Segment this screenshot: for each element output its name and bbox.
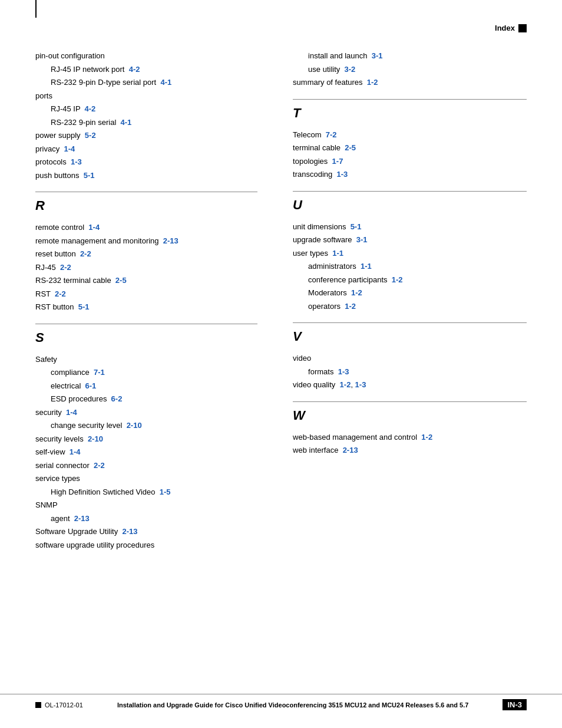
section-letter-t: T — [293, 106, 527, 121]
page-ref-link[interactable]: 1-1 — [332, 249, 343, 258]
right-continuation-entries: install and launch 3-1 use utility 3-2 s… — [293, 50, 527, 88]
page-ref-link[interactable]: 2-5 — [345, 143, 356, 152]
list-item: RS-232 terminal cable 2-5 — [35, 275, 257, 286]
list-item: RST button 5-1 — [35, 301, 257, 313]
footer-left: OL-17012-01 — [35, 701, 83, 709]
page-ref-link[interactable]: 1-5 — [160, 487, 171, 496]
list-item: service types — [35, 473, 257, 485]
list-item: RJ-45 2-2 — [35, 262, 257, 274]
list-item: install and launch 3-1 — [293, 50, 527, 62]
page-ref-link[interactable]: 2-5 — [115, 276, 127, 285]
s-section-entries: Safety compliance 7-1 electrical 6-1 ESD… — [35, 354, 257, 551]
list-item: SNMP — [35, 499, 257, 511]
list-item: remote management and monitoring 2-13 — [35, 235, 257, 247]
page-ref-link[interactable]: 1-3 — [337, 170, 348, 179]
page-ref-link[interactable]: 1-4 — [64, 144, 75, 153]
index-text: Index — [495, 24, 515, 32]
page-ref-link[interactable]: 1-2 — [392, 275, 403, 284]
header-black-square — [518, 24, 527, 32]
page-ref-link[interactable]: 4-2 — [129, 65, 140, 74]
page-ref-link[interactable]: 1-1 — [361, 262, 372, 271]
list-item: transcoding 1-3 — [293, 169, 527, 180]
page-ref-link[interactable]: 5-1 — [78, 302, 90, 311]
list-item: pin-out configuration — [35, 50, 257, 62]
header-index-label: Index — [495, 24, 527, 32]
page-footer: OL-17012-01 Installation and Upgrade Gui… — [0, 694, 562, 710]
list-item: security levels 2-10 — [35, 433, 257, 445]
list-item: electrical 6-1 — [35, 380, 257, 392]
section-divider-w — [293, 401, 527, 402]
list-item: video quality 1-2, 1-3 — [293, 379, 527, 391]
list-item: High Definition Swtiched Video 1-5 — [35, 486, 257, 498]
list-item: unit dimensions 5-1 — [293, 221, 527, 233]
list-item: topologies 1-7 — [293, 156, 527, 167]
section-letter-r: R — [35, 198, 257, 213]
page-ref-link[interactable]: 1-4 — [88, 223, 100, 232]
page-ref-link[interactable]: 1-2 — [340, 380, 351, 389]
page-ref-link[interactable]: 3-1 — [356, 235, 368, 244]
list-item: software upgrade utility procedures — [35, 539, 257, 551]
page-ref-link[interactable]: 2-2 — [60, 263, 71, 272]
page-ref-link[interactable]: 4-1 — [160, 78, 171, 87]
page-ref-link[interactable]: 7-1 — [94, 368, 105, 377]
page-ref-link[interactable]: 1-3 — [71, 157, 82, 166]
list-item: protocols 1-3 — [35, 156, 257, 168]
list-item: agent 2-13 — [35, 513, 257, 525]
list-item: self-view 1-4 — [35, 446, 257, 458]
page-ref-link[interactable]: 1-4 — [66, 408, 77, 417]
page-ref-link[interactable]: 3-1 — [372, 51, 383, 60]
page-ref-link[interactable]: 2-13 — [343, 446, 358, 454]
page-ref-link[interactable]: 5-2 — [85, 131, 96, 140]
list-item: video — [293, 353, 527, 364]
top-border-decoration — [35, 0, 37, 17]
list-item: remote control 1-4 — [35, 222, 257, 233]
page-ref-link[interactable]: 2-2 — [94, 461, 105, 470]
page-ref-link[interactable]: 1-2 — [421, 433, 432, 442]
right-column: install and launch 3-1 use utility 3-2 s… — [281, 50, 527, 554]
page-ref-link[interactable]: 1-3 — [355, 380, 366, 389]
page-ref-link[interactable]: 1-3 — [338, 367, 349, 376]
page-ref-link[interactable]: 2-13 — [122, 527, 137, 536]
list-item: RS-232 9-pin D-type serial port 4-1 — [35, 77, 257, 88]
list-item: reset button 2-2 — [35, 248, 257, 260]
footer-doc-number: OL-17012-01 — [45, 701, 83, 709]
page-ref-link[interactable]: 5-1 — [351, 222, 362, 231]
list-item: RJ-45 IP network port 4-2 — [35, 64, 257, 75]
content-area: pin-out configuration RJ-45 IP network p… — [35, 50, 527, 554]
page-ref-link[interactable]: 2-10 — [127, 421, 142, 430]
page-header: Index — [35, 24, 527, 32]
page-ref-link[interactable]: 4-2 — [85, 104, 96, 113]
w-section-entries: web-based management and control 1-2 web… — [293, 431, 527, 456]
page-ref-link[interactable]: 1-2 — [367, 78, 378, 87]
page-ref-link[interactable]: 2-10 — [88, 434, 103, 443]
list-item: push buttons 5-1 — [35, 170, 257, 182]
footer-title: Installation and Upgrade Guide for Cisco… — [83, 701, 503, 709]
page-ref-link[interactable]: 6-1 — [85, 381, 97, 390]
p-section-entries: pin-out configuration RJ-45 IP network p… — [35, 50, 257, 181]
list-item: ESD procedures 6-2 — [35, 393, 257, 405]
r-section-entries: remote control 1-4 remote management and… — [35, 222, 257, 313]
page-ref-link[interactable]: 5-1 — [84, 171, 95, 180]
page-ref-link[interactable]: 1-2 — [351, 288, 362, 297]
page-ref-link[interactable]: 2-13 — [163, 236, 178, 245]
page-ref-link[interactable]: 3-2 — [345, 65, 356, 74]
section-divider-u — [293, 191, 527, 192]
page-ref-link[interactable]: 4-1 — [121, 118, 132, 127]
list-item: terminal cable 2-5 — [293, 142, 527, 154]
page-ref-link[interactable]: 1-7 — [332, 157, 343, 166]
section-divider-s — [35, 324, 257, 324]
section-letter-v: V — [293, 329, 527, 344]
page-ref-link[interactable]: 1-4 — [70, 447, 81, 456]
page-ref-link[interactable]: 6-2 — [111, 394, 123, 403]
list-item: Telecom 7-2 — [293, 129, 527, 141]
section-divider-t — [293, 99, 527, 100]
page-ref-link[interactable]: 2-2 — [55, 289, 66, 298]
list-item: formats 1-3 — [293, 366, 527, 378]
page-ref-link[interactable]: 2-2 — [80, 249, 91, 258]
page-ref-link[interactable]: 1-2 — [345, 302, 356, 311]
page-ref-link[interactable]: 7-2 — [326, 130, 337, 139]
section-letter-u: U — [293, 197, 527, 213]
list-item: web interface 2-13 — [293, 444, 527, 456]
page-ref-link[interactable]: 2-13 — [74, 514, 90, 523]
list-item: summary of features 1-2 — [293, 77, 527, 88]
